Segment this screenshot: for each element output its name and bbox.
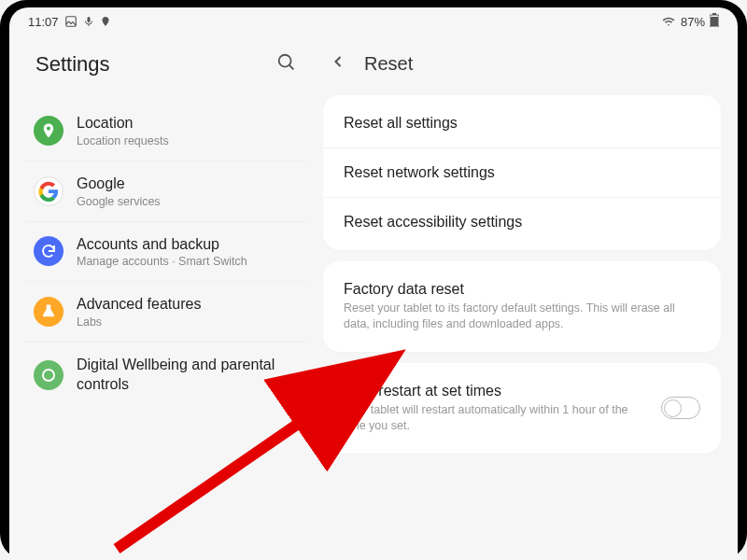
factory-reset-subtitle: Reset your tablet to its factory default…: [344, 301, 700, 332]
reset-panel: Reset Reset all settings Reset network s…: [317, 35, 738, 560]
reset-options-card: Reset all settings Reset network setting…: [323, 95, 721, 250]
sidebar-item-advanced[interactable]: Advanced features Labs: [26, 282, 306, 343]
factory-reset-card[interactable]: Factory data reset Reset your tablet to …: [323, 261, 721, 352]
back-button[interactable]: [329, 52, 347, 75]
battery-icon: [710, 13, 719, 30]
sidebar-item-digital-wellbeing[interactable]: Digital Wellbeing and parental controls: [26, 343, 306, 408]
flask-icon: [34, 297, 63, 327]
auto-restart-title: Auto restart at set times: [344, 383, 648, 399]
reset-all-settings[interactable]: Reset all settings: [323, 99, 721, 148]
location-icon: [34, 116, 63, 146]
svg-point-7: [43, 370, 54, 381]
svg-line-6: [289, 65, 294, 70]
reset-network-settings[interactable]: Reset network settings: [323, 148, 721, 198]
sidebar-item-label: Digital Wellbeing and parental controls: [77, 356, 299, 395]
reset-row-label: Reset accessibility settings: [344, 214, 700, 231]
status-time: 11:07: [28, 15, 59, 29]
settings-title: Settings: [35, 52, 110, 77]
status-bar: 11:07 87%: [9, 7, 738, 35]
factory-reset-title: Factory data reset: [344, 281, 700, 298]
sidebar-item-google[interactable]: Google Google services: [26, 161, 306, 222]
search-button[interactable]: [276, 52, 297, 77]
sidebar-item-subtitle: Location requests: [77, 134, 169, 147]
wifi-icon: [661, 15, 676, 28]
auto-restart-card: Auto restart at set times Your tablet wi…: [323, 363, 721, 454]
auto-restart-subtitle: Your tablet will restart automatically w…: [344, 402, 648, 434]
svg-rect-3: [711, 17, 718, 26]
wellbeing-icon: [34, 360, 63, 390]
auto-restart-toggle[interactable]: [661, 397, 700, 419]
sidebar-item-label: Location: [77, 114, 169, 133]
google-icon: [34, 176, 63, 206]
reset-row-label: Reset all settings: [344, 115, 700, 132]
sidebar-item-label: Accounts and backup: [77, 235, 247, 255]
reset-row-label: Reset network settings: [344, 164, 700, 181]
settings-sidebar[interactable]: Settings Location Location requests: [9, 35, 317, 560]
sidebar-item-subtitle: Labs: [77, 315, 201, 329]
mic-icon: [83, 15, 94, 28]
sidebar-item-label: Google: [77, 175, 161, 194]
sync-icon: [34, 236, 63, 266]
svg-rect-0: [65, 17, 76, 27]
battery-percent: 87%: [681, 15, 705, 29]
sidebar-item-accounts[interactable]: Accounts and backup Manage accounts · Sm…: [26, 222, 306, 283]
svg-point-5: [279, 55, 291, 67]
location-status-icon: [100, 15, 111, 28]
sidebar-item-label: Advanced features: [77, 295, 201, 315]
svg-rect-1: [87, 17, 90, 22]
svg-rect-4: [712, 13, 716, 15]
page-title: Reset: [364, 53, 413, 75]
sidebar-item-subtitle: Manage accounts · Smart Switch: [77, 255, 247, 268]
sidebar-item-subtitle: Google services: [77, 195, 161, 208]
sidebar-item-location[interactable]: Location Location requests: [26, 101, 306, 161]
picture-icon: [64, 15, 78, 28]
reset-accessibility-settings[interactable]: Reset accessibility settings: [323, 198, 721, 246]
